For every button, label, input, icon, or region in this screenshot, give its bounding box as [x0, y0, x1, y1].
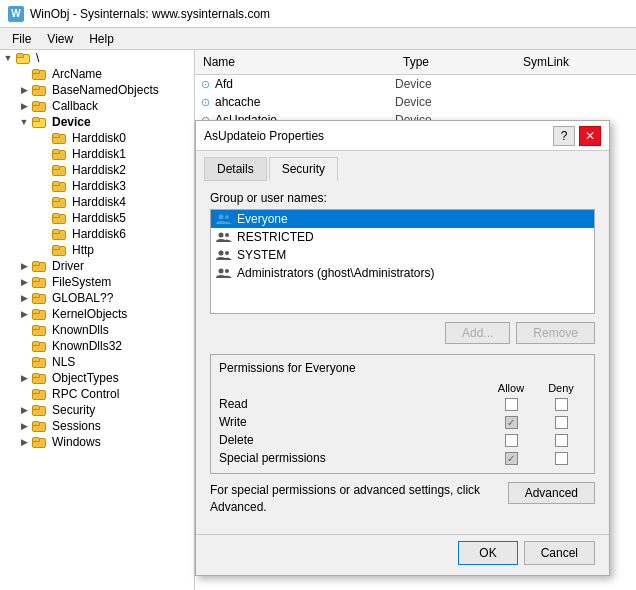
- user-buttons-row: Add... Remove: [210, 322, 595, 344]
- group-label: Group or user names:: [210, 191, 595, 205]
- tree-label-security: Security: [50, 403, 95, 417]
- user-item-restricted[interactable]: RESTRICTED: [211, 228, 594, 246]
- dialog-help-button[interactable]: ?: [553, 126, 575, 146]
- folder-icon-arcname: [32, 68, 48, 80]
- tree-item-global[interactable]: ▶ GLOBAL??: [0, 290, 194, 306]
- perm-deny-delete-wrap[interactable]: [536, 434, 586, 447]
- dialog-tabs: Details Security: [196, 151, 609, 181]
- list-item-afd[interactable]: ⊙ Afd Device: [195, 75, 636, 93]
- perm-deny-special[interactable]: [555, 452, 568, 465]
- tree-item-device[interactable]: ▼ Device: [0, 114, 194, 130]
- perm-deny-read[interactable]: [555, 398, 568, 411]
- user-item-everyone[interactable]: Everyone: [211, 210, 594, 228]
- perm-deny-special-wrap[interactable]: [536, 452, 586, 465]
- col-header-type[interactable]: Type: [395, 53, 515, 71]
- perm-name-delete: Delete: [219, 433, 486, 447]
- user-icon-system: [215, 248, 233, 262]
- tree-label-objecttypes: ObjectTypes: [50, 371, 119, 385]
- perm-name-write: Write: [219, 415, 486, 429]
- perm-allow-write[interactable]: [505, 416, 518, 429]
- folder-icon-root: [16, 52, 32, 64]
- user-item-admins[interactable]: Administrators (ghost\Administrators): [211, 264, 594, 282]
- tree-item-sessions[interactable]: ▶ Sessions: [0, 418, 194, 434]
- tree-item-windows[interactable]: ▶ Windows: [0, 434, 194, 450]
- col-header-name[interactable]: Name: [195, 53, 395, 71]
- tree-item-hd5[interactable]: Harddisk5: [0, 210, 194, 226]
- perm-allow-delete-wrap[interactable]: [486, 434, 536, 447]
- user-name-admins: Administrators (ghost\Administrators): [237, 266, 434, 280]
- tree-item-hd6[interactable]: Harddisk6: [0, 226, 194, 242]
- svg-point-7: [225, 269, 229, 273]
- tree-item-kernelobjects[interactable]: ▶ KernelObjects: [0, 306, 194, 322]
- perm-deny-write[interactable]: [555, 416, 568, 429]
- title-bar: W WinObj - Sysinternals: www.sysinternal…: [0, 0, 636, 28]
- tree-item-hd3[interactable]: Harddisk3: [0, 178, 194, 194]
- folder-icon-hd3: [52, 180, 68, 192]
- folder-icon-callback: [32, 100, 48, 112]
- perm-deny-delete[interactable]: [555, 434, 568, 447]
- tree-label-nls: NLS: [50, 355, 75, 369]
- folder-icon-global: [32, 292, 48, 304]
- tree-item-driver[interactable]: ▶ Driver: [0, 258, 194, 274]
- advanced-button[interactable]: Advanced: [508, 482, 595, 504]
- perm-allow-special[interactable]: [505, 452, 518, 465]
- perm-deny-write-wrap[interactable]: [536, 416, 586, 429]
- perm-allow-write-wrap[interactable]: [486, 416, 536, 429]
- tree-item-http[interactable]: Http: [0, 242, 194, 258]
- folder-icon-nls: [32, 356, 48, 368]
- app-title: WinObj - Sysinternals: www.sysinternals.…: [30, 7, 270, 21]
- dialog-close-button[interactable]: ✕: [579, 126, 601, 146]
- tree-root[interactable]: ▼ \: [0, 50, 194, 66]
- menu-view[interactable]: View: [39, 30, 81, 47]
- remove-button[interactable]: Remove: [516, 322, 595, 344]
- add-button[interactable]: Add...: [445, 322, 510, 344]
- tree-label-root: \: [34, 51, 39, 65]
- perm-allow-special-wrap[interactable]: [486, 452, 536, 465]
- svg-point-3: [225, 233, 229, 237]
- tree-label-arcname: ArcName: [50, 67, 102, 81]
- tree-item-basenames[interactable]: ▶ BaseNamedObjects: [0, 82, 194, 98]
- tree-item-hd0[interactable]: Harddisk0: [0, 130, 194, 146]
- permissions-section: Permissions for Everyone Allow Deny Read: [210, 354, 595, 474]
- tree-item-hd1[interactable]: Harddisk1: [0, 146, 194, 162]
- user-name-everyone: Everyone: [237, 212, 288, 226]
- folder-icon-http: [52, 244, 68, 256]
- tree-panel[interactable]: ▼ \ ArcName ▶ BaseNamedObjects ▶ Callbac…: [0, 50, 195, 590]
- tree-item-hd2[interactable]: Harddisk2: [0, 162, 194, 178]
- tab-details[interactable]: Details: [204, 157, 267, 181]
- tree-item-knowndlls[interactable]: KnownDlls: [0, 322, 194, 338]
- list-item-ahcache[interactable]: ⊙ ahcache Device: [195, 93, 636, 111]
- tree-label-rpccontrol: RPC Control: [50, 387, 119, 401]
- user-item-system[interactable]: SYSTEM: [211, 246, 594, 264]
- svg-point-6: [219, 269, 224, 274]
- tree-item-callback[interactable]: ▶ Callback: [0, 98, 194, 114]
- tree-item-nls[interactable]: NLS: [0, 354, 194, 370]
- col-header-symlink[interactable]: SymLink: [515, 53, 636, 71]
- tree-item-hd4[interactable]: Harddisk4: [0, 194, 194, 210]
- svg-point-1: [225, 215, 229, 219]
- tab-security[interactable]: Security: [269, 157, 338, 181]
- user-list[interactable]: Everyone RESTRICTED: [210, 209, 595, 314]
- tree-label-knowndlls32: KnownDlls32: [50, 339, 122, 353]
- app-icon: W: [8, 6, 24, 22]
- tree-label-hd3: Harddisk3: [70, 179, 126, 193]
- tree-item-rpccontrol[interactable]: RPC Control: [0, 386, 194, 402]
- cancel-button[interactable]: Cancel: [524, 541, 595, 565]
- menu-help[interactable]: Help: [81, 30, 122, 47]
- tree-item-filesystem[interactable]: ▶ FileSystem: [0, 274, 194, 290]
- perm-deny-read-wrap[interactable]: [536, 398, 586, 411]
- perm-allow-read[interactable]: [505, 398, 518, 411]
- ok-button[interactable]: OK: [458, 541, 517, 565]
- menu-file[interactable]: File: [4, 30, 39, 47]
- tree-item-arcname[interactable]: ArcName: [0, 66, 194, 82]
- perm-allow-delete[interactable]: [505, 434, 518, 447]
- tree-item-objecttypes[interactable]: ▶ ObjectTypes: [0, 370, 194, 386]
- tree-arrow-root: ▼: [0, 53, 16, 63]
- advanced-section: For special permissions or advanced sett…: [210, 482, 595, 524]
- perm-allow-read-wrap[interactable]: [486, 398, 536, 411]
- tree-item-security[interactable]: ▶ Security: [0, 402, 194, 418]
- user-name-restricted: RESTRICTED: [237, 230, 314, 244]
- tree-label-hd0: Harddisk0: [70, 131, 126, 145]
- folder-icon-hd2: [52, 164, 68, 176]
- tree-item-knowndlls32[interactable]: KnownDlls32: [0, 338, 194, 354]
